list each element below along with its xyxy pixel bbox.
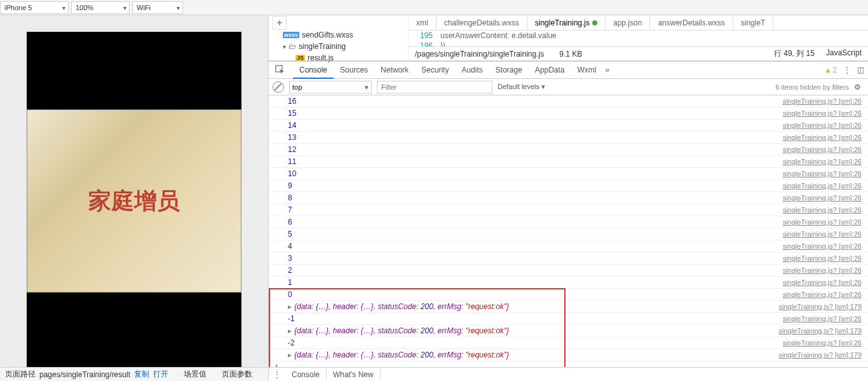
console-row[interactable]: -1singleTraining.js? [sm]:26 <box>269 313 868 325</box>
file-tree-item[interactable]: wxsssendGifts.wxss <box>269 29 408 41</box>
devtools-tab-security[interactable]: Security <box>415 62 455 79</box>
console-value: -2 <box>288 338 295 347</box>
console-row[interactable]: 13singleTraining.js? [sm]:26 <box>269 132 868 144</box>
console-prompt[interactable]: › <box>269 361 868 367</box>
console-row[interactable]: ▸{data: {…}, header: {…}, statusCode: 20… <box>269 325 868 337</box>
app-screen[interactable]: 家庭增员 <box>27 109 241 293</box>
console-value: 4 <box>288 242 292 251</box>
drawer-tab-whatsnew[interactable]: What's New <box>327 368 381 382</box>
simulator-status-bar: 页面路径 pages/singleTraining/result 复制 打开 场… <box>0 367 268 381</box>
console-row[interactable]: 11singleTraining.js? [sm]:26 <box>269 156 868 168</box>
network-select[interactable]: WiFi <box>132 1 183 14</box>
console-source-link[interactable]: singleTraining.js? [sm]:26 <box>783 291 868 298</box>
devtools-tab-wxml[interactable]: Wxml <box>571 62 603 79</box>
console-source-link[interactable]: singleTraining.js? [sm]:26 <box>783 315 868 322</box>
console-row[interactable]: 2singleTraining.js? [sm]:26 <box>269 265 868 277</box>
console-source-link[interactable]: singleTraining.js? [sm]:26 <box>783 218 868 226</box>
editor-tab[interactable]: singleT <box>733 15 774 30</box>
device-select[interactable]: iPhone 5 <box>0 1 69 14</box>
console-row[interactable]: 3singleTraining.js? [sm]:26 <box>269 253 868 265</box>
console-source-link[interactable]: singleTraining.js? [sm]:26 <box>783 97 868 105</box>
console-source-link[interactable]: singleTraining.js? [sm]:26 <box>783 158 868 165</box>
console-settings-button[interactable]: ⚙ <box>854 83 864 92</box>
console-filter-input[interactable] <box>377 81 492 94</box>
devtools-tab-appdata[interactable]: AppData <box>529 62 571 79</box>
drawer-menu-button[interactable]: ⋮ <box>269 370 285 379</box>
expand-arrow-icon[interactable]: ▸ <box>288 302 292 311</box>
console-value: 11 <box>288 157 296 166</box>
expand-arrow-icon[interactable]: ▸ <box>288 350 292 359</box>
devtools-tab-storage[interactable]: Storage <box>489 62 529 79</box>
console-source-link[interactable]: singleTraining.js? [sm]:26 <box>783 339 868 347</box>
console-row[interactable]: 1singleTraining.js? [sm]:26 <box>269 277 868 289</box>
console-row[interactable]: 6singleTraining.js? [sm]:26 <box>269 216 868 228</box>
console-source-link[interactable]: singleTraining.js? [sm]:26 <box>783 254 868 262</box>
devtools-tabs: Console Sources Network Security Audits … <box>269 62 868 79</box>
console-object[interactable]: {data: {…}, header: {…}, statusCode: 200… <box>294 326 509 335</box>
console-source-link[interactable]: singleTraining.js? [sm]:26 <box>783 279 868 286</box>
page-path-value: pages/singleTraining/result <box>39 370 130 379</box>
console-source-link[interactable]: singleTraining.js? [sm]:26 <box>783 194 868 202</box>
console-row[interactable]: 7singleTraining.js? [sm]:26 <box>269 204 868 216</box>
console-row[interactable]: 4singleTraining.js? [sm]:26 <box>269 240 868 253</box>
console-source-link[interactable]: singleTraining.js? [sm]:26 <box>783 230 868 238</box>
console-row[interactable]: 5singleTraining.js? [sm]:26 <box>269 228 868 240</box>
inspect-element-button[interactable] <box>273 62 288 78</box>
copy-path-link[interactable]: 复制 <box>134 369 149 380</box>
devtools-tab-audits[interactable]: Audits <box>455 62 489 79</box>
execution-context-select[interactable]: top <box>289 81 372 94</box>
page-path-label: 页面路径 <box>5 369 36 380</box>
expand-arrow-icon[interactable]: ▸ <box>288 326 292 335</box>
more-tabs-button[interactable]: » <box>606 66 610 74</box>
console-row[interactable]: 8singleTraining.js? [sm]:26 <box>269 192 868 204</box>
console-row[interactable]: 12singleTraining.js? [sm]:26 <box>269 144 868 156</box>
console-row[interactable]: 16singleTraining.js? [sm]:26 <box>269 95 868 107</box>
console-source-link[interactable]: singleTraining.js? [sm]:179 <box>779 327 868 335</box>
console-output[interactable]: 16singleTraining.js? [sm]:2615singleTrai… <box>269 95 868 367</box>
console-source-link[interactable]: singleTraining.js? [sm]:26 <box>783 242 868 250</box>
console-source-link[interactable]: singleTraining.js? [sm]:179 <box>779 351 868 359</box>
console-source-link[interactable]: singleTraining.js? [sm]:26 <box>783 206 868 214</box>
console-value: 9 <box>288 181 292 190</box>
editor-tab[interactable]: app.json <box>606 15 650 30</box>
console-source-link[interactable]: singleTraining.js? [sm]:26 <box>783 267 868 274</box>
devtools-tab-network[interactable]: Network <box>374 62 415 79</box>
console-source-link[interactable]: singleTraining.js? [sm]:26 <box>783 121 868 129</box>
console-source-link[interactable]: singleTraining.js? [sm]:179 <box>779 303 868 310</box>
dock-side-icon[interactable]: ◫ <box>857 66 864 74</box>
drawer-tab-console[interactable]: Console <box>285 368 327 382</box>
console-source-link[interactable]: singleTraining.js? [sm]:26 <box>783 109 868 117</box>
console-row[interactable]: 15singleTraining.js? [sm]:26 <box>269 107 868 120</box>
console-row[interactable]: ▸{data: {…}, header: {…}, statusCode: 20… <box>269 349 868 361</box>
console-row[interactable]: 0singleTraining.js? [sm]:26 <box>269 289 868 301</box>
code-area[interactable]: 195userAnswerContent: e.detail.value 196… <box>409 31 868 46</box>
console-source-link[interactable]: singleTraining.js? [sm]:26 <box>783 134 868 141</box>
console-source-link[interactable]: singleTraining.js? [sm]:26 <box>783 146 868 153</box>
log-levels-select[interactable]: Default levels <box>498 83 545 91</box>
editor-tab-active[interactable]: singleTraining.js <box>527 15 606 30</box>
console-row[interactable]: 10singleTraining.js? [sm]:26 <box>269 168 868 180</box>
open-path-link[interactable]: 打开 <box>153 369 168 380</box>
zoom-select[interactable]: 100% <box>71 1 130 14</box>
kebab-menu-icon[interactable]: ⋮ <box>843 66 851 74</box>
editor-status-bar: /pages/singleTraining/singleTraining.js9… <box>409 46 868 60</box>
console-source-link[interactable]: singleTraining.js? [sm]:26 <box>783 170 868 177</box>
editor-tab[interactable]: xml <box>409 15 437 30</box>
editor-tab[interactable]: challengeDetails.wxss <box>437 15 527 30</box>
editor-tab[interactable]: answerDetails.wxss <box>650 15 733 30</box>
devtools-tab-console[interactable]: Console <box>293 62 334 79</box>
console-row[interactable]: -2singleTraining.js? [sm]:26 <box>269 337 868 349</box>
devtools-tab-sources[interactable]: Sources <box>334 62 374 79</box>
new-file-button[interactable]: + <box>273 16 287 30</box>
clear-console-button[interactable] <box>273 81 284 93</box>
console-value: 7 <box>288 205 292 214</box>
cursor-position: 行 49, 列 15 <box>774 48 815 59</box>
console-object[interactable]: {data: {…}, header: {…}, statusCode: 200… <box>294 302 509 311</box>
file-tree-folder[interactable]: ▾🗁singleTraining <box>269 41 408 52</box>
console-row[interactable]: ▸{data: {…}, header: {…}, statusCode: 20… <box>269 301 868 313</box>
console-object[interactable]: {data: {…}, header: {…}, statusCode: 200… <box>294 350 509 359</box>
console-row[interactable]: 9singleTraining.js? [sm]:26 <box>269 180 868 192</box>
console-row[interactable]: 14singleTraining.js? [sm]:26 <box>269 120 868 132</box>
warnings-count[interactable]: ▲ 2 <box>824 66 837 74</box>
console-source-link[interactable]: singleTraining.js? [sm]:26 <box>783 182 868 190</box>
